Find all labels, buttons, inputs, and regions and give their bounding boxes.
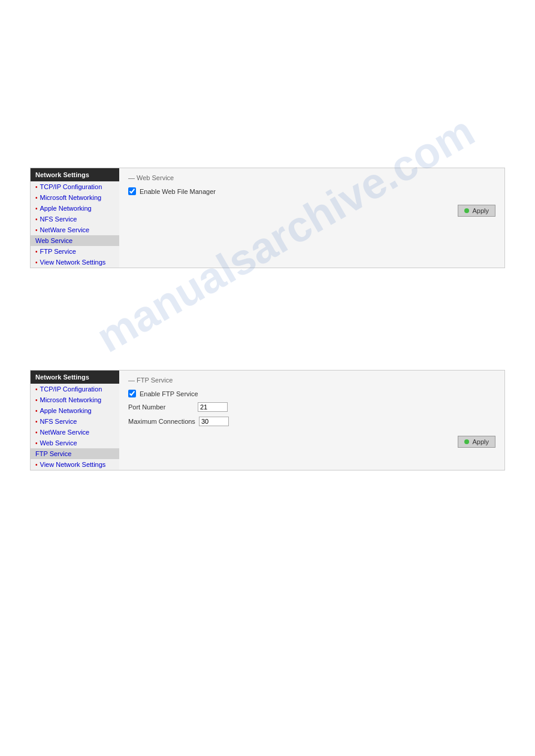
sidebar-item-nfs-1[interactable]: • NFS Service [31,214,119,224]
sidebar-link-microsoft-1[interactable]: Microsoft Networking [40,194,102,201]
enable-web-file-manager-row: Enable Web File Manager [128,187,495,195]
sidebar-link-tcpip-2[interactable]: TCP/IP Configuration [40,385,102,393]
sidebar-link-netware-2[interactable]: NetWare Service [40,429,90,436]
bullet-icon: • [35,259,38,266]
sidebar-link-microsoft-2[interactable]: Microsoft Networking [40,396,102,403]
sidebar-item-web-1[interactable]: Web Service [31,235,119,246]
bullet-icon: • [35,386,38,393]
ftp-service-section: Network Settings • TCP/IP Configuration … [0,358,535,482]
port-number-label: Port Number [128,403,194,411]
sidebar-panel1: Network Settings • TCP/IP Configuration … [31,168,119,268]
bullet-icon: • [35,195,38,201]
port-number-input[interactable] [198,402,228,412]
sidebar-link-nfs-2[interactable]: NFS Service [40,418,77,425]
apply-green-dot-ftp [464,439,469,444]
bullet-icon: • [35,397,38,403]
web-service-apply-row: Apply [128,200,495,219]
sidebar-link-ftp-2[interactable]: FTP Service [35,450,71,457]
sidebar-header-panel2: Network Settings [31,371,119,384]
sidebar-item-nfs-2[interactable]: • NFS Service [31,416,119,427]
enable-web-file-manager-label: Enable Web File Manager [140,188,216,195]
sidebar-item-microsoft-2[interactable]: • Microsoft Networking [31,394,119,405]
sidebar-item-tcpip-1[interactable]: • TCP/IP Configuration [31,181,119,192]
max-connections-row: Maximum Connections [128,417,495,426]
sidebar-item-apple-2[interactable]: • Apple Networking [31,405,119,416]
bullet-icon: • [35,429,38,436]
bullet-icon: • [35,248,38,255]
web-service-apply-button[interactable]: Apply [458,205,495,217]
bullet-icon: • [35,440,38,447]
sidebar-link-tcpip-1[interactable]: TCP/IP Configuration [40,183,102,190]
sidebar-link-web-2[interactable]: Web Service [40,439,77,447]
ftp-service-apply-label: Apply [472,438,489,445]
web-service-title: — Web Service [128,174,495,181]
bullet-icon: • [35,418,38,425]
enable-ftp-service-checkbox[interactable] [128,390,136,397]
ftp-service-apply-row: Apply [128,431,495,450]
max-connections-input[interactable] [199,417,229,426]
sidebar-link-viewnet-2[interactable]: View Network Settings [40,461,106,468]
sidebar-link-apple-2[interactable]: Apple Networking [40,407,92,414]
sidebar-header-panel1: Network Settings [31,168,119,181]
bullet-icon: • [35,227,38,233]
sidebar-item-netware-1[interactable]: • NetWare Service [31,224,119,235]
sidebar-item-ftp-1[interactable]: • FTP Service [31,246,119,257]
bullet-icon: • [35,462,38,468]
sidebar-link-nfs-1[interactable]: NFS Service [40,215,77,223]
sidebar-link-netware-1[interactable]: NetWare Service [40,226,90,233]
sidebar-item-apple-1[interactable]: • Apple Networking [31,203,119,214]
enable-ftp-service-row: Enable FTP Service [128,390,495,397]
enable-ftp-service-label: Enable FTP Service [140,390,198,397]
max-connections-label: Maximum Connections [128,418,195,425]
port-number-row: Port Number [128,402,495,412]
web-service-content: — Web Service Enable Web File Manager Ap… [119,168,504,268]
sidebar-item-viewnet-2[interactable]: • View Network Settings [31,459,119,470]
ftp-service-content: — FTP Service Enable FTP Service Port Nu… [119,371,504,470]
sidebar-item-tcpip-2[interactable]: • TCP/IP Configuration [31,384,119,394]
ftp-service-apply-button[interactable]: Apply [458,436,495,448]
sidebar-item-microsoft-1[interactable]: • Microsoft Networking [31,192,119,203]
sidebar-link-web-1[interactable]: Web Service [35,237,72,244]
ftp-service-panel: Network Settings • TCP/IP Configuration … [30,370,505,470]
sidebar-link-viewnet-1[interactable]: View Network Settings [40,259,106,266]
web-service-section: Network Settings • TCP/IP Configuration … [0,156,535,280]
bullet-icon: • [35,408,38,414]
sidebar-item-ftp-2[interactable]: FTP Service [31,448,119,459]
sidebar-panel2: Network Settings • TCP/IP Configuration … [31,371,119,470]
sidebar-item-netware-2[interactable]: • NetWare Service [31,427,119,438]
sidebar-link-apple-1[interactable]: Apple Networking [40,205,92,212]
web-service-apply-label: Apply [472,207,489,214]
bullet-icon: • [35,205,38,212]
sidebar-link-ftp-1[interactable]: FTP Service [40,248,76,255]
sidebar-item-web-2[interactable]: • Web Service [31,438,119,448]
web-service-panel: Network Settings • TCP/IP Configuration … [30,168,505,268]
bullet-icon: • [35,184,38,190]
enable-web-file-manager-checkbox[interactable] [128,187,136,195]
ftp-service-title: — FTP Service [128,377,495,384]
sidebar-item-viewnet-1[interactable]: • View Network Settings [31,257,119,268]
bullet-icon: • [35,216,38,223]
apply-green-dot [464,208,469,213]
